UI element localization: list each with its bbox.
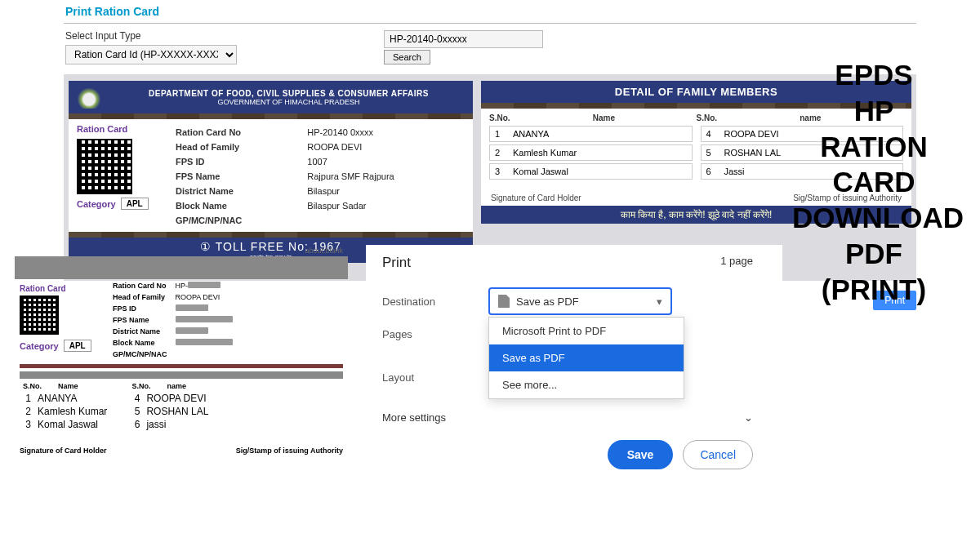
destination-dropdown: Microsoft Print to PDF Save as PDF See m… [488,317,684,399]
dropdown-option[interactable]: Save as PDF [489,344,684,371]
layout-label: Layout [382,371,488,384]
qr-code-icon [20,295,59,335]
ration-card-fields: Ration Card NoHP-20140 0xxxx Head of Fam… [171,124,465,229]
category-value: APL [121,198,149,210]
family-member: 1ANANYA [489,126,693,142]
ration-card-input[interactable] [384,30,543,48]
cancel-button[interactable]: Cancel [683,440,753,469]
qr-code-icon [77,139,132,194]
emblem-icon [75,86,103,109]
chevron-down-icon: ⌄ [744,411,753,424]
page-count: 1 page [720,255,753,271]
destination-select[interactable]: Save as PDF [488,287,672,315]
ration-card-label: Ration Card [77,124,171,134]
dropdown-option[interactable]: See more... [489,371,684,398]
print-dialog: Print 1 page Destination Save as PDF Mic… [366,245,782,476]
input-type-select[interactable]: Ration Card Id (HP-XXXXX-XXXX) [65,45,237,64]
preview-url: about:blank [15,245,348,256]
family-member: 2Kamlesh Kumar [489,144,693,161]
dept-title: DEPARTMENT OF FOOD, CIVIL SUPPLIES & CON… [111,89,466,98]
dropdown-option[interactable]: Microsoft Print to PDF [489,318,684,344]
search-button[interactable]: Search [384,50,430,64]
page-title: Print Ration Card [0,0,980,23]
destination-label: Destination [382,295,488,308]
pages-label: Pages [382,328,488,340]
category-label: Category [77,199,116,209]
select-input-label: Select Input Type [65,30,237,42]
dept-subtitle: GOVERNMENT OF HIMACHAL PRADESH [111,98,466,106]
print-preview: about:blank Ration Card Category APL Rat… [15,245,348,455]
pdf-icon [498,295,510,308]
title-overlay: EPDS HP RATION CARD DOWNLOAD PDF (PRINT) [792,57,956,307]
save-button[interactable]: Save [608,440,674,469]
family-member: 3Komal Jaswal [489,163,693,180]
signature-holder: Signature of Card Holder [491,193,581,202]
more-settings[interactable]: More settings ⌄ [382,403,753,432]
print-dialog-title: Print [382,255,411,271]
